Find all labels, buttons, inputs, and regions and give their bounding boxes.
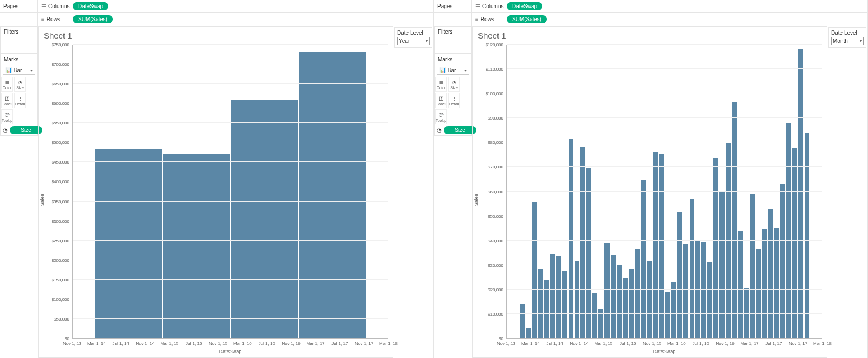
bar[interactable] [635, 249, 640, 338]
bar[interactable] [641, 180, 646, 338]
size-icon-small: ◔ [437, 127, 442, 134]
bar[interactable] [520, 304, 525, 338]
x-tick: Jul 1, 17 [765, 341, 782, 346]
bar[interactable] [786, 123, 791, 338]
size-card-r[interactable]: ◔Size [448, 77, 460, 92]
color-card-r[interactable]: ▦Color [435, 77, 447, 92]
pages-shelf[interactable]: Pages [0, 0, 38, 12]
bar[interactable] [532, 202, 537, 338]
bar[interactable] [604, 243, 609, 338]
size-pill-r[interactable]: Size [444, 126, 476, 134]
bar[interactable] [726, 143, 731, 338]
bar[interactable] [299, 52, 366, 338]
chart-left[interactable]: $0$50,000$100,000$150,000$200,000$250,00… [72, 45, 388, 339]
left-dashboard: Pages ☰ Columns DateSwap ≡ Rows SUM(Sale… [0, 0, 434, 358]
bar[interactable] [538, 269, 543, 338]
tooltip-card[interactable]: 💬Tooltip [1, 109, 13, 124]
bar[interactable] [623, 278, 628, 338]
y-tick: $100,000 [52, 297, 69, 302]
filters-panel-r[interactable]: Filters [434, 26, 472, 54]
bar[interactable] [629, 269, 634, 338]
bar[interactable] [163, 154, 230, 338]
bar[interactable] [665, 292, 670, 338]
y-tick: $150,000 [52, 277, 69, 282]
columns-pill-dateswap[interactable]: DateSwap [73, 2, 108, 10]
bar[interactable] [768, 209, 773, 338]
y-tick: $700,000 [52, 62, 69, 67]
bar[interactable] [647, 261, 652, 338]
date-level-select-right[interactable]: Month▾ [831, 37, 864, 45]
x-tick: Mar 1, 18 [379, 341, 398, 346]
rows-shelf-r[interactable]: SUM(Sales) [505, 15, 867, 23]
bar[interactable] [580, 147, 585, 338]
bar[interactable] [575, 261, 579, 338]
date-level-select-left[interactable]: Year▾ [397, 37, 430, 45]
y-tick: $50,000 [488, 213, 503, 218]
marks-type-dropdown-r[interactable]: 📊 Bar▾ [437, 66, 469, 75]
filters-panel[interactable]: Filters [0, 26, 38, 54]
bar[interactable] [231, 100, 298, 338]
bar[interactable] [750, 194, 755, 338]
bar[interactable] [671, 282, 676, 338]
bar[interactable] [774, 228, 779, 338]
bar[interactable] [780, 184, 785, 338]
y-tick: $0 [65, 336, 69, 341]
marks-type-dropdown[interactable]: 📊 Bar▾ [3, 66, 35, 75]
bar[interactable] [569, 139, 573, 338]
label-card[interactable]: 🅃Label [1, 93, 13, 108]
bar[interactable] [526, 328, 531, 338]
x-tick: Nov 1, 16 [282, 341, 300, 346]
bar[interactable] [556, 256, 561, 338]
bar[interactable] [732, 102, 737, 338]
label-icon: 🅃 [439, 96, 443, 102]
tooltip-card-r[interactable]: 💬Tooltip [435, 109, 447, 124]
bar[interactable] [550, 254, 555, 338]
x-tick: Nov 1, 13 [497, 341, 515, 346]
x-axis-left: Nov 1, 13Mar 1, 14Jul 1, 14Nov 1, 14Mar … [72, 339, 388, 348]
bar[interactable] [719, 192, 724, 338]
bar[interactable] [738, 231, 743, 338]
columns-shelf[interactable]: DateSwap [71, 2, 433, 10]
columns-shelf-r[interactable]: DateSwap [505, 2, 867, 10]
size-card[interactable]: ◔Size [14, 77, 26, 92]
x-tick: Jul 1, 16 [259, 341, 275, 346]
y-tick: $600,000 [52, 101, 69, 106]
y-tick: $50,000 [54, 316, 69, 321]
rows-pill-sumsales-r[interactable]: SUM(Sales) [507, 15, 547, 23]
size-icon-small: ◔ [3, 127, 8, 134]
pages-shelf-r[interactable]: Pages [434, 0, 472, 12]
bar[interactable] [95, 149, 162, 338]
bar[interactable] [617, 265, 622, 338]
detail-card-r[interactable]: ⋮Detail [448, 93, 460, 108]
bar[interactable] [805, 133, 809, 338]
bar[interactable] [659, 154, 664, 338]
rows-shelf[interactable]: SUM(Sales) [71, 15, 433, 23]
x-tick: Jul 1, 14 [547, 341, 563, 346]
rows-pill-sumsales[interactable]: SUM(Sales) [73, 15, 113, 23]
bar[interactable] [683, 244, 688, 338]
columns-pill-dateswap-r[interactable]: DateSwap [507, 2, 542, 10]
bar[interactable] [677, 212, 682, 338]
bar[interactable] [611, 255, 616, 338]
size-pill[interactable]: Size [10, 126, 42, 134]
y-axis-label-left: Sales [39, 42, 46, 357]
chart-right[interactable]: $0$10,000$20,000$30,000$40,000$50,000$60… [506, 45, 822, 339]
label-card-r[interactable]: 🅃Label [435, 93, 447, 108]
bar[interactable] [713, 158, 718, 338]
x-axis-label-right: DateSwap [506, 348, 822, 357]
color-card[interactable]: ▦Color [1, 77, 13, 92]
bar[interactable] [653, 152, 658, 338]
bar[interactable] [792, 148, 797, 338]
bar[interactable] [701, 242, 706, 338]
bar[interactable] [798, 49, 803, 338]
detail-card[interactable]: ⋮Detail [14, 93, 26, 108]
bar[interactable] [592, 293, 597, 338]
bar[interactable] [707, 262, 712, 338]
bar[interactable] [690, 199, 694, 338]
bar[interactable] [562, 271, 567, 338]
bar[interactable] [756, 249, 761, 338]
y-tick: $80,000 [488, 140, 503, 145]
shelves-left: Pages ☰ Columns DateSwap ≡ Rows SUM(Sale… [0, 0, 433, 26]
bar[interactable] [762, 229, 767, 338]
y-tick: $20,000 [488, 287, 503, 292]
